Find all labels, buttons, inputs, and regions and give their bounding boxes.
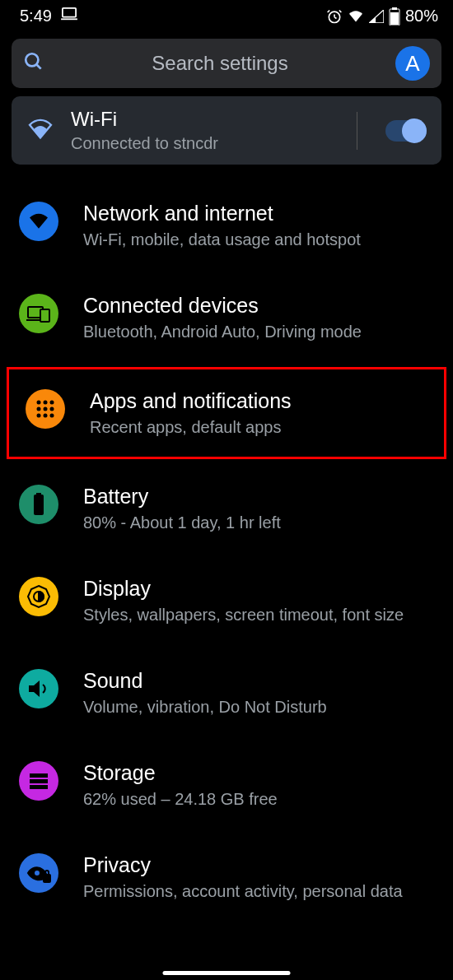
wifi-card-title: Wi-Fi (71, 108, 340, 131)
svg-point-10 (26, 53, 38, 66)
item-subtitle: Bluetooth, Android Auto, Driving mode (83, 321, 431, 343)
svg-point-19 (44, 407, 48, 411)
svg-point-23 (50, 414, 54, 418)
status-battery-percent: 80% (405, 7, 438, 26)
settings-item-privacy[interactable]: PrivacyPermissions, account activity, pe… (0, 831, 453, 923)
svg-point-17 (50, 401, 54, 405)
svg-point-22 (44, 414, 48, 418)
item-title: Battery (83, 485, 431, 509)
svg-line-6 (339, 10, 342, 12)
svg-point-16 (44, 401, 48, 405)
svg-point-18 (37, 407, 41, 411)
settings-item-wifi[interactable]: Network and internetWi-Fi, mobile, data … (0, 179, 453, 272)
svg-line-11 (36, 64, 40, 68)
status-time: 5:49 (20, 7, 52, 26)
svg-rect-25 (34, 495, 44, 515)
settings-item-devices[interactable]: Connected devicesBluetooth, Android Auto… (0, 272, 453, 364)
settings-item-storage[interactable]: Storage62% used – 24.18 GB free (0, 739, 453, 831)
search-settings-bar[interactable]: Search settings A (12, 39, 441, 88)
divider (357, 112, 357, 150)
settings-item-brightness[interactable]: DisplayStyles, wallpapers, screen timeou… (0, 555, 453, 647)
privacy-icon (19, 853, 58, 893)
nav-handle[interactable] (163, 971, 291, 975)
item-title: Privacy (83, 853, 431, 877)
item-title: Network and internet (83, 202, 431, 225)
wifi-card[interactable]: Wi-Fi Connected to stncdr (12, 96, 441, 165)
wifi-icon (19, 202, 58, 241)
storage-icon (19, 761, 58, 801)
svg-rect-14 (40, 309, 49, 322)
sound-icon (19, 669, 58, 708)
item-title: Display (83, 577, 431, 601)
item-title: Connected devices (83, 294, 431, 318)
settings-item-sound[interactable]: SoundVolume, vibration, Do Not Disturb (0, 647, 453, 739)
item-subtitle: Permissions, account activity, personal … (83, 880, 431, 903)
settings-item-battery[interactable]: Battery80% - About 1 day, 1 hr left (0, 462, 453, 555)
wifi-outline-icon (26, 118, 54, 143)
status-bar: 5:49 80% (0, 0, 453, 29)
svg-rect-0 (63, 8, 76, 17)
search-placeholder: Search settings (44, 52, 395, 75)
item-subtitle: 80% - About 1 day, 1 hr left (83, 512, 431, 534)
svg-point-31 (34, 870, 40, 876)
devices-icon (19, 294, 58, 333)
wifi-card-subtitle: Connected to stncdr (71, 134, 340, 153)
svg-point-15 (37, 401, 41, 405)
svg-rect-32 (44, 875, 50, 882)
svg-rect-28 (30, 773, 48, 778)
item-subtitle: Wi-Fi, mobile, data usage and hotspot (83, 229, 431, 251)
item-title: Apps and notifications (90, 389, 424, 413)
profile-avatar[interactable]: A (395, 46, 430, 81)
item-title: Storage (83, 761, 431, 785)
wifi-toggle[interactable] (385, 120, 427, 142)
wifi-signal-icon (348, 10, 364, 23)
svg-point-20 (50, 407, 54, 411)
svg-line-5 (328, 10, 330, 12)
battery-icon (389, 7, 400, 26)
search-icon (23, 51, 44, 76)
settings-item-apps[interactable]: Apps and notificationsRecent apps, defau… (7, 367, 446, 459)
apps-icon (26, 389, 65, 429)
item-title: Sound (83, 669, 431, 693)
item-subtitle: Recent apps, default apps (90, 416, 424, 439)
cellular-signal-icon (369, 10, 384, 23)
svg-rect-29 (30, 779, 48, 783)
item-subtitle: Volume, vibration, Do Not Disturb (83, 696, 431, 718)
item-subtitle: 62% used – 24.18 GB free (83, 788, 431, 810)
svg-point-21 (37, 414, 41, 418)
settings-list: Network and internetWi-Fi, mobile, data … (0, 179, 453, 923)
item-subtitle: Styles, wallpapers, screen timeout, font… (83, 604, 431, 626)
laptop-icon (60, 7, 78, 26)
brightness-icon (19, 577, 58, 616)
svg-line-4 (334, 16, 337, 18)
alarm-icon (326, 8, 343, 25)
svg-rect-9 (390, 12, 399, 25)
battery-icon (19, 485, 58, 524)
svg-rect-30 (30, 785, 48, 789)
